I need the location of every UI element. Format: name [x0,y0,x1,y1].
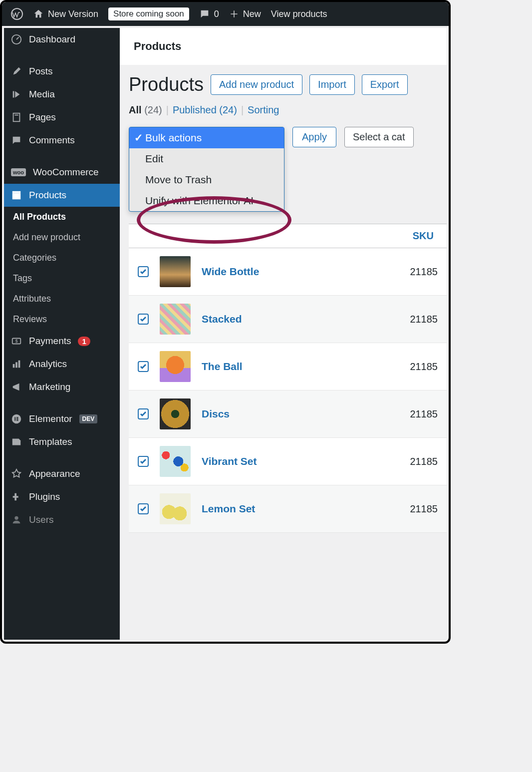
menu-pages[interactable]: Pages [4,106,120,129]
admin-sidebar: Dashboard Posts Media Pages Comments woo… [4,28,120,640]
submenu-all-products[interactable]: All Products [4,207,120,227]
select-category-dropdown[interactable]: Select a cat [344,127,414,147]
table-row: Wide Bottle 21185 [129,248,447,296]
filter-sorting[interactable]: Sorting [248,104,279,116]
product-sku: 21185 [410,361,438,373]
menu-payments[interactable]: $Payments1 [4,330,120,353]
row-checkbox[interactable] [138,266,149,277]
menu-media[interactable]: Media [4,83,120,106]
product-sku: 21185 [410,314,438,325]
menu-products[interactable]: Products [4,184,120,207]
menu-appearance[interactable]: Appearance [4,462,120,485]
bulk-option-edit[interactable]: Edit [129,148,284,169]
home-icon[interactable]: New Version [28,8,103,19]
menu-elementor[interactable]: ElementorDEV [4,407,120,430]
comments-link[interactable]: 0 [194,8,224,19]
products-table-header: SKU [129,224,447,248]
svg-rect-15 [16,420,18,421]
bulk-option-bulk-actions[interactable]: Bulk actions [129,127,284,148]
product-sku: 21185 [410,456,438,467]
page-title: Products [129,74,204,95]
product-name-link[interactable]: Lemon Set [202,503,399,515]
admin-bar: New Version Store coming soon 0 New View… [2,2,449,26]
svg-rect-5 [12,191,21,193]
svg-rect-2 [13,113,20,122]
product-name-link[interactable]: Stacked [202,313,399,325]
product-thumbnail[interactable] [160,304,191,335]
bulk-option-move-trash[interactable]: Move to Trash [129,169,284,190]
product-sku: 21185 [410,266,438,278]
store-status-badge[interactable]: Store coming soon [103,7,194,20]
filter-all[interactable]: All (24) [129,104,162,116]
product-thumbnail[interactable] [160,256,191,287]
bulk-option-unify-ai[interactable]: Unify with Elementor AI [129,190,284,211]
submenu-add-new[interactable]: Add new product [4,227,120,248]
table-row: Vibrant Set 21185 [129,438,447,485]
export-button[interactable]: Export [362,74,408,95]
menu-woocommerce[interactable]: wooWooCommerce [4,161,120,184]
table-row: Discs 21185 [129,390,447,438]
menu-templates[interactable]: Templates [4,430,120,453]
table-row: Lemon Set 21185 [129,485,447,533]
new-version-label: New Version [48,9,98,19]
svg-rect-14 [16,418,18,419]
menu-analytics[interactable]: Analytics [4,353,120,376]
filter-published[interactable]: Published (24) [173,104,237,116]
svg-rect-13 [16,417,18,418]
woo-icon: woo [11,168,26,176]
product-name-link[interactable]: Discs [202,408,399,420]
products-submenu: All Products Add new product Categories … [4,207,120,330]
svg-rect-12 [14,417,15,420]
menu-comments[interactable]: Comments [4,129,120,152]
svg-text:$: $ [15,339,17,344]
row-checkbox[interactable] [138,408,149,419]
bulk-actions-dropdown[interactable]: Bulk actions Edit Move to Trash Unify wi… [129,127,284,212]
menu-posts[interactable]: Posts [4,60,120,83]
main-content: Products Products Add new product Import… [120,28,447,640]
add-new-product-button[interactable]: Add new product [211,74,302,95]
submenu-tags[interactable]: Tags [4,268,120,289]
product-sku: 21185 [410,503,438,515]
dev-badge: DEV [79,414,98,423]
product-thumbnail[interactable] [160,493,191,524]
svg-rect-3 [14,115,18,116]
menu-dashboard[interactable]: Dashboard [4,28,120,51]
wp-logo[interactable] [6,8,28,20]
menu-plugins[interactable]: Plugins [4,485,120,508]
svg-rect-9 [15,362,17,368]
payments-count-badge: 1 [78,337,90,346]
svg-rect-8 [13,364,15,368]
submenu-attributes[interactable]: Attributes [4,289,120,309]
svg-rect-10 [18,361,20,368]
apply-button[interactable]: Apply [292,127,336,147]
product-sku: 21185 [410,408,438,420]
product-thumbnail[interactable] [160,398,191,429]
product-thumbnail[interactable] [160,351,191,382]
row-checkbox[interactable] [138,456,149,467]
page-header: Products [120,28,447,65]
product-name-link[interactable]: The Ball [202,361,399,373]
row-checkbox[interactable] [138,361,149,372]
menu-users[interactable]: Users [4,508,120,531]
product-name-link[interactable]: Wide Bottle [202,266,399,278]
sku-column-header[interactable]: SKU [413,230,438,242]
svg-point-16 [14,516,18,520]
product-name-link[interactable]: Vibrant Set [202,455,399,467]
menu-marketing[interactable]: Marketing [4,376,120,398]
row-checkbox[interactable] [138,314,149,325]
product-thumbnail[interactable] [160,446,191,477]
table-row: Stacked 21185 [129,296,447,343]
submenu-reviews[interactable]: Reviews [4,309,120,330]
table-row: The Ball 21185 [129,343,447,390]
import-button[interactable]: Import [309,74,355,95]
view-products-link[interactable]: View products [266,9,332,19]
status-filter-links: All (24) | Published (24) | Sorting [129,104,447,116]
submenu-categories[interactable]: Categories [4,248,120,268]
svg-rect-4 [12,193,21,199]
new-link[interactable]: New [224,9,266,19]
row-checkbox[interactable] [138,503,149,514]
